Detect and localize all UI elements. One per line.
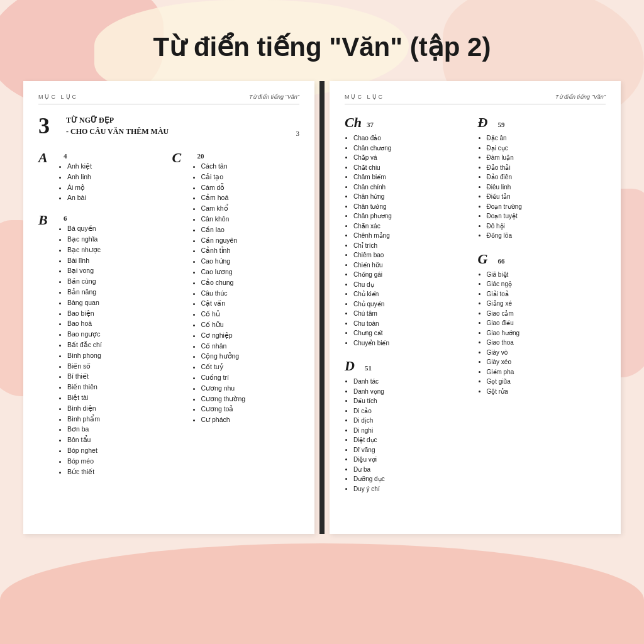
list-item: Chu toàn	[353, 319, 473, 329]
list-item: Ái mộ	[67, 182, 166, 193]
list-item: Đoạn tuyệt	[487, 211, 606, 221]
list-item: Chân phương	[353, 211, 473, 221]
list-item: Bần cùng	[67, 276, 166, 287]
d-section2: Đ 59 Đặc ân Đại cục Đàm luận Đảo thải Đả…	[478, 114, 606, 241]
letter-B-list: Bá quyền Bạc nghĩa Bạc nhược Bài lĩnh Bạ…	[58, 223, 166, 477]
d-section1: D 51 Danh tác Danh vọng Dấu tích Di cảo …	[345, 358, 473, 494]
list-item: Cần lao	[201, 225, 300, 235]
list-item: Chu dụ	[353, 280, 473, 290]
list-item: Chiến hữu	[353, 260, 473, 270]
list-item: Giã biệt	[487, 270, 606, 280]
d1-items: Danh tác Danh vọng Dấu tích Di cảo Di dị…	[345, 377, 473, 494]
list-item: Cộng hưởng	[201, 351, 300, 362]
list-item: Đặc ân	[487, 133, 606, 143]
list-item: Cố hữu	[201, 319, 300, 330]
list-item: Dĩ vãng	[353, 445, 473, 455]
list-item: Điều tản	[487, 192, 606, 202]
list-item: Giao hướng	[487, 328, 606, 338]
list-item: Giác ngộ	[487, 279, 606, 289]
list-item: Chân hứng	[353, 192, 473, 202]
section-number: 3	[38, 114, 57, 137]
list-item: Dư ba	[353, 465, 473, 475]
list-item: Chuyển biến	[353, 338, 473, 348]
list-item: Cải tạo	[201, 172, 300, 182]
letter-B-pagenum: 6	[64, 214, 67, 222]
letter-C-pagenum: 20	[197, 152, 204, 160]
list-item: Giao điều	[487, 318, 606, 328]
list-item: Đô hội	[487, 221, 606, 231]
right-col-right: Đ 59 Đặc ân Đại cục Đàm luận Đảo thải Đả…	[478, 114, 606, 504]
list-item: Di cảo	[353, 406, 473, 416]
list-item: Chắt chiu	[353, 163, 473, 173]
list-item: Bức thiết	[67, 467, 166, 477]
list-item: Bạc nhược	[67, 245, 166, 255]
list-item: Chắn xác	[353, 221, 473, 231]
letter-A-list: Anh kiệt Anh linh Ái mộ An bài	[58, 161, 166, 203]
list-item: Bản năng	[67, 287, 166, 297]
two-col-content: A 4 Anh kiệt Anh linh Ái mộ An bài	[38, 150, 299, 477]
letter-C-section: C 20 Cách tân Cải tạo Cám dỗ Cảm hoá Cam…	[172, 150, 300, 425]
list-item: Chao đảo	[353, 133, 473, 143]
list-item: Bí thiết	[67, 371, 166, 382]
list-item: Đại cục	[487, 143, 606, 153]
right-page-grid: Ch 37 Chao đảo Chân chương Chắp vá Chắt …	[345, 114, 606, 504]
d1-label: D	[345, 358, 360, 374]
list-item: Cốt tuỷ	[201, 362, 300, 372]
list-item: Biệt tài	[67, 392, 166, 403]
list-item: Giao thoa	[487, 338, 606, 348]
d2-header: Đ 59	[478, 114, 606, 131]
ch-section: Ch 37 Chao đảo Chân chương Chắp vá Chắt …	[345, 114, 473, 348]
list-item: Cao hứng	[201, 256, 300, 267]
list-item: Đoạn trường	[487, 202, 606, 212]
d2-items: Đặc ân Đại cục Đàm luận Đảo thải Đảo điê…	[478, 133, 606, 241]
col1: A 4 Anh kiệt Anh linh Ái mộ An bài	[38, 150, 166, 477]
list-item: Bá quyền	[67, 223, 166, 234]
list-item: Bài lĩnh	[67, 255, 166, 266]
bg-decoration-bottom	[0, 543, 644, 644]
list-item: Cuồng trí	[201, 372, 300, 383]
list-item: Giày xéo	[487, 357, 606, 367]
main-container: Từ điển tiếng "Văn" (tập 2) MỤC LỤC Từ đ…	[0, 0, 644, 553]
letter-A-items: 4 Anh kiệt Anh linh Ái mộ An bài	[56, 150, 166, 203]
list-item: Đàm luận	[487, 153, 606, 163]
list-item: Chỉ trích	[353, 241, 473, 251]
list-item: Giảng xé	[487, 299, 606, 309]
list-item: Bình diện	[67, 403, 166, 414]
ch-items: Chao đảo Chân chương Chắp vá Chắt chiu C…	[345, 133, 473, 348]
list-item: Đồng lõa	[487, 231, 606, 241]
list-item: Bình phong	[67, 350, 166, 361]
list-item: Cảo chung	[201, 277, 300, 288]
g-label: G	[478, 251, 493, 267]
page-title: Từ điển tiếng "Văn" (tập 2)	[153, 31, 491, 62]
list-item: Bao hoà	[67, 318, 166, 329]
list-item: Biến thiên	[67, 382, 166, 392]
list-item: Cương thường	[201, 394, 300, 404]
list-item: Duy ý chí	[353, 484, 473, 494]
list-item: Cam khổ	[201, 203, 300, 214]
list-item: Gọt giũa	[487, 377, 606, 387]
list-item: Chênh mảng	[353, 231, 473, 241]
list-item: Cảnh tỉnh	[201, 245, 300, 256]
right-header-left: MỤC LỤC	[345, 94, 384, 100]
left-page: MỤC LỤC Từ điển tiếng "Văn" 3 TỪ NGỮ ĐẸP…	[23, 81, 314, 534]
list-item: Cố nhân	[201, 341, 300, 352]
list-item: Anh kiệt	[67, 161, 166, 172]
list-item: Bao biện	[67, 308, 166, 319]
list-item: Cân khôn	[201, 214, 300, 225]
list-item: Bóp nghet	[67, 445, 166, 456]
left-header-right: Từ điển tiếng "Văn"	[249, 94, 299, 100]
list-item: Bao ngược	[67, 329, 166, 340]
list-item: Cương nhu	[201, 383, 300, 394]
list-item: Chưng cất	[353, 328, 473, 338]
list-item: Danh tác	[353, 377, 473, 387]
list-item: Cách tân	[201, 161, 300, 172]
list-item: An bài	[67, 192, 166, 203]
list-item: Biến số	[67, 361, 166, 372]
letter-C-list: Cách tân Cải tạo Cám dỗ Cảm hoá Cam khổ …	[192, 161, 300, 425]
right-header-right: Từ điển tiếng "Văn"	[555, 94, 606, 100]
list-item: Dấu tích	[353, 396, 473, 406]
letter-C-items: 20 Cách tân Cải tạo Cám dỗ Cảm hoá Cam k…	[190, 150, 300, 425]
list-item: Cư phách	[201, 414, 300, 425]
list-item: Đảo điên	[487, 172, 606, 182]
d1-pagenum: 51	[365, 364, 372, 372]
